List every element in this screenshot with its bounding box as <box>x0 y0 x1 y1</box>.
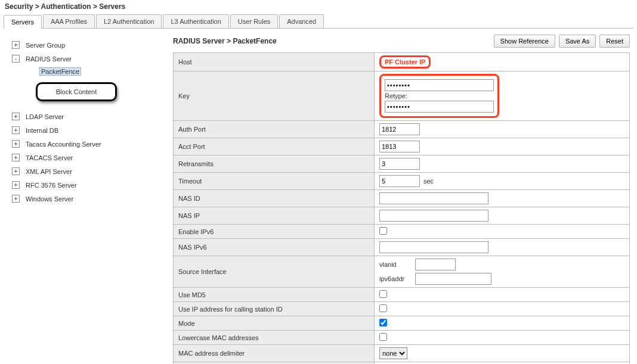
auth-port-input[interactable] <box>379 123 420 135</box>
use-md5-checkbox[interactable] <box>379 290 387 298</box>
auth-port-label: Auth Port <box>174 121 375 138</box>
nas-ipv6-input[interactable] <box>379 241 488 253</box>
collapse-icon[interactable]: - <box>12 55 20 63</box>
lowercase-mac-label: Lowercase MAC addresses <box>174 331 375 345</box>
panel-title: RADIUS Server > PacketFence <box>173 37 490 45</box>
tree-item-radius-server[interactable]: - RADIUS Server <box>12 52 167 66</box>
key-highlight: Retype: <box>379 74 499 118</box>
retransmits-input[interactable] <box>379 158 420 170</box>
tree-item-label: Tacacs Accounting Server <box>26 141 101 148</box>
host-value: PF Cluster IP <box>379 55 431 69</box>
nas-ipv6-label: NAS IPv6 <box>174 239 375 256</box>
tab-aaa-profiles[interactable]: AAA Profiles <box>43 14 95 28</box>
key-label: Key <box>174 71 375 121</box>
annotation-callout: Block Content <box>36 82 117 101</box>
lowercase-mac-checkbox[interactable] <box>379 333 387 341</box>
config-table: Host PF Cluster IP Key Retype: Auth Port <box>173 52 630 364</box>
tree-item-label: XML API Server <box>26 168 72 175</box>
key-retype-input[interactable] <box>385 101 494 113</box>
tree-item-ldap-server[interactable]: + LDAP Server <box>12 110 167 123</box>
tree-item-rfc3576[interactable]: + RFC 3576 Server <box>12 178 167 192</box>
tree-item-xml-api[interactable]: + XML API Server <box>12 164 167 178</box>
tree-item-windows-server[interactable]: + Windows Server <box>12 192 167 206</box>
tree-item-server-group[interactable]: + Server Group <box>12 38 167 52</box>
mode-checkbox[interactable] <box>379 319 387 326</box>
breadcrumb: Security > Authentication > Servers <box>0 0 637 13</box>
use-md5-label: Use MD5 <box>174 288 375 302</box>
show-reference-button[interactable]: Show Reference <box>494 35 555 48</box>
expand-icon[interactable]: + <box>12 167 20 175</box>
tree-item-internal-db[interactable]: + Internal DB <box>12 123 167 137</box>
tree-item-tacacs-acct[interactable]: + Tacacs Accounting Server <box>12 137 167 151</box>
mac-delimiter-select[interactable]: none <box>379 347 407 359</box>
tree-item-label: PacketFence <box>39 67 81 76</box>
vlanid-input[interactable] <box>415 259 456 270</box>
source-interface-label: Source Interface <box>174 256 375 288</box>
expand-icon[interactable]: + <box>12 154 20 161</box>
enable-ipv6-checkbox[interactable] <box>379 227 387 235</box>
nas-id-input[interactable] <box>379 192 488 204</box>
tab-servers[interactable]: Servers <box>4 15 42 29</box>
service-type-label: Service-type of FRAMED-USER <box>174 362 375 365</box>
tree-item-label: Server Group <box>26 42 65 49</box>
tree-item-label: RFC 3576 Server <box>26 182 77 189</box>
key-input[interactable] <box>385 79 494 91</box>
tab-l2-auth[interactable]: L2 Authentication <box>96 14 162 28</box>
save-as-button[interactable]: Save As <box>559 35 596 48</box>
expand-icon[interactable]: + <box>12 195 20 203</box>
tree-item-label: LDAP Server <box>26 113 64 120</box>
enable-ipv6-label: Enable IPv6 <box>174 225 375 239</box>
expand-icon[interactable]: + <box>12 181 20 189</box>
nas-id-label: NAS ID <box>174 190 375 207</box>
tree-item-packetfence[interactable]: PacketFence <box>39 66 167 77</box>
tree-item-label: Windows Server <box>26 195 73 203</box>
timeout-unit: sec <box>423 178 434 185</box>
host-label: Host <box>174 53 375 71</box>
use-ip-csid-checkbox[interactable] <box>379 304 387 312</box>
mac-delimiter-label: MAC address delimiter <box>174 345 375 362</box>
tab-user-rules[interactable]: User Rules <box>230 14 278 28</box>
tree-item-label: Internal DB <box>26 127 58 134</box>
retransmits-label: Retransmits <box>174 155 375 173</box>
key-retype-label: Retype: <box>385 92 407 99</box>
tab-l3-auth[interactable]: L3 Authentication <box>163 14 228 28</box>
acct-port-input[interactable] <box>379 141 420 153</box>
expand-icon[interactable]: + <box>12 140 20 148</box>
expand-icon[interactable]: + <box>12 126 20 134</box>
nas-ip-label: NAS IP <box>174 207 375 225</box>
vlanid-label: vlanid <box>379 261 415 268</box>
ipv6addr-input[interactable] <box>415 273 491 285</box>
acct-port-label: Acct Port <box>174 138 375 155</box>
mode-label: Mode <box>174 316 375 331</box>
timeout-label: Timeout <box>174 173 375 190</box>
tab-advanced[interactable]: Advanced <box>279 14 324 28</box>
tree-item-tacacs-server[interactable]: + TACACS Server <box>12 151 167 164</box>
expand-icon[interactable]: + <box>12 41 20 49</box>
tree-item-label: RADIUS Server <box>26 55 72 63</box>
server-tree: + Server Group - RADIUS Server PacketFen… <box>4 35 169 364</box>
expand-icon[interactable]: + <box>12 113 20 120</box>
nas-ip-input[interactable] <box>379 210 488 222</box>
tab-bar: Servers AAA Profiles L2 Authentication L… <box>4 14 633 29</box>
reset-button[interactable]: Reset <box>599 35 630 48</box>
use-ip-csid-label: Use IP address for calling station ID <box>174 302 375 316</box>
ipv6addr-label: ipv6addr <box>379 275 415 282</box>
timeout-input[interactable] <box>379 175 420 187</box>
tree-item-label: TACACS Server <box>26 154 73 161</box>
